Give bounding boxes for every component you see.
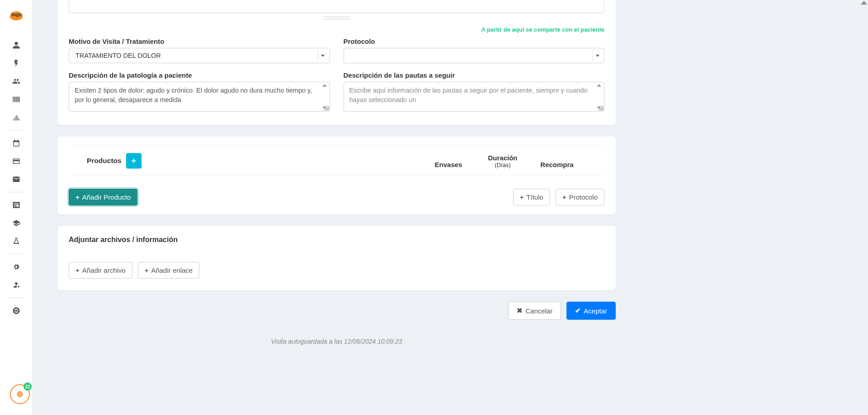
motivo-field-group: Motivo de Visita / Tratamiento TRATAMIEN… <box>69 37 330 63</box>
sidebar-item-news[interactable] <box>0 196 32 214</box>
gear-icon <box>12 263 20 271</box>
flask-icon <box>12 237 20 245</box>
logo-text: logo <box>12 12 22 17</box>
mail-icon <box>12 175 20 183</box>
attachments-title: Adjuntar archivos / información <box>69 236 604 244</box>
resize-grip-icon[interactable] <box>324 105 329 111</box>
sidebar-item-barcode[interactable] <box>0 90 32 108</box>
cancel-button[interactable]: ✖ Cancelar <box>508 302 561 320</box>
desc-pautas-label: Descripción de las pautas a seguir <box>344 71 605 79</box>
desc-pautas-group: Descripción de las pautas a seguir Escri… <box>344 71 605 112</box>
close-icon: ✖ <box>517 307 523 315</box>
sidebar-nav: logo 22 <box>0 0 33 415</box>
credit-card-icon <box>12 157 20 165</box>
desc-patologia-textarea[interactable]: Existen 2 tipos de dolor: agudo y crónic… <box>69 82 330 112</box>
sidebar-item-users[interactable] <box>0 72 32 90</box>
sidebar-separator-3 <box>8 254 24 254</box>
add-product-button[interactable]: + Añadir Producto <box>69 189 137 205</box>
protocolo-field-group: Protocolo <box>344 37 605 63</box>
duracion-col-header: Duración (Días) <box>482 154 523 168</box>
sidebar-item-chart[interactable] <box>0 108 32 126</box>
plus-icon: + <box>75 266 80 274</box>
bolt-icon <box>12 59 20 67</box>
plus-icon: + <box>131 156 136 166</box>
sidebar-item-help[interactable] <box>0 302 32 320</box>
notes-textarea[interactable]: df.kndlkqnd lknvfb <box>69 0 604 13</box>
sidebar-item-education[interactable] <box>0 214 32 232</box>
newspaper-icon <box>12 201 20 209</box>
user-cog-icon <box>12 281 20 289</box>
recompra-col-header: Recompra <box>537 161 577 168</box>
bar-chart-icon <box>12 113 20 121</box>
sidebar-item-bolt[interactable] <box>0 54 32 72</box>
sidebar-item-mail[interactable] <box>0 170 32 188</box>
plus-icon: + <box>75 193 80 201</box>
add-file-label: Añadir archivo <box>82 266 126 274</box>
desc-patologia-label: Descripción de la patología a paciente <box>69 71 330 79</box>
sidebar-separator <box>8 130 24 131</box>
products-table-header: Productos + Envases Duración (Días) Reco… <box>69 145 604 175</box>
cancel-label: Cancelar <box>525 307 552 315</box>
titulo-label: Título <box>526 193 543 201</box>
share-with-patient-note: A partir de aquí se comparte con el paci… <box>57 19 616 37</box>
desc-patologia-group: Descripción de la patología a paciente E… <box>69 71 330 112</box>
record-button[interactable]: 22 <box>10 384 30 404</box>
protocolo-label: Protocolo <box>344 37 605 45</box>
sidebar-item-calendar[interactable] <box>0 134 32 152</box>
barcode-icon <box>12 95 20 103</box>
record-badge: 22 <box>24 382 32 391</box>
plus-icon: + <box>562 193 566 201</box>
chevron-down-icon <box>592 50 602 61</box>
sidebar-item-admin-user[interactable] <box>0 276 32 294</box>
sidebar-item-user[interactable] <box>0 36 32 54</box>
add-protocolo-button[interactable]: + Protocolo <box>556 189 604 205</box>
desc-pautas-placeholder: Escribe aquí información de las pautas a… <box>349 87 588 103</box>
add-product-label: Añadir Producto <box>82 193 131 201</box>
textarea-scrollbar[interactable] <box>321 83 329 110</box>
protocolo-btn-label: Protocolo <box>569 193 598 201</box>
app-logo: logo <box>3 9 30 23</box>
visit-details-card: df.kndlkqnd lknvfb A partir de aquí se c… <box>57 0 616 125</box>
main-content: df.kndlkqnd lknvfb A partir de aquí se c… <box>33 0 868 415</box>
graduation-cap-icon <box>12 219 20 227</box>
sidebar-separator-2 <box>8 192 24 192</box>
form-actions: ✖ Cancelar ✔ Aceptar <box>57 302 616 320</box>
record-dot-icon <box>17 391 23 397</box>
autosave-status: Visita autoguardada a las 12/06/2024 10:… <box>57 338 616 345</box>
user-icon <box>12 41 20 49</box>
resize-grip-icon[interactable] <box>598 105 604 111</box>
plus-icon: + <box>520 193 524 201</box>
motivo-value: TRATAMIENTO DEL DOLOR <box>75 52 161 59</box>
sidebar-item-lab[interactable] <box>0 232 32 250</box>
check-icon: ✔ <box>575 307 581 315</box>
add-link-button[interactable]: + Añadir enlace <box>138 262 200 279</box>
users-icon <box>12 77 20 85</box>
sidebar-item-settings[interactable] <box>0 258 32 276</box>
chevron-down-icon <box>318 50 328 61</box>
add-link-label: Añadir enlace <box>151 266 193 274</box>
life-ring-icon <box>12 307 20 315</box>
sidebar-item-card[interactable] <box>0 152 32 170</box>
accept-button[interactable]: ✔ Aceptar <box>566 302 616 320</box>
add-title-button[interactable]: + Título <box>513 189 550 205</box>
add-file-button[interactable]: + Añadir archivo <box>69 262 132 279</box>
textarea-scrollbar[interactable] <box>595 83 603 110</box>
plus-icon: + <box>145 266 149 274</box>
products-col-title: Productos <box>87 157 122 165</box>
protocolo-select[interactable] <box>344 48 605 63</box>
calendar-icon <box>12 139 20 147</box>
motivo-label: Motivo de Visita / Tratamiento <box>69 37 330 45</box>
envases-col-header: Envases <box>428 161 469 168</box>
sidebar-separator-4 <box>8 298 24 298</box>
attachments-card: Adjuntar archivos / información + Añadir… <box>57 226 616 290</box>
accept-label: Aceptar <box>584 307 607 315</box>
desc-pautas-textarea[interactable]: Escribe aquí información de las pautas a… <box>344 82 605 112</box>
desc-patologia-text: Existen 2 tipos de dolor: agudo y crónic… <box>75 87 312 103</box>
products-card: Productos + Envases Duración (Días) Reco… <box>57 136 616 214</box>
motivo-select[interactable]: TRATAMIENTO DEL DOLOR <box>69 48 330 63</box>
add-product-square-button[interactable]: + <box>126 153 142 168</box>
